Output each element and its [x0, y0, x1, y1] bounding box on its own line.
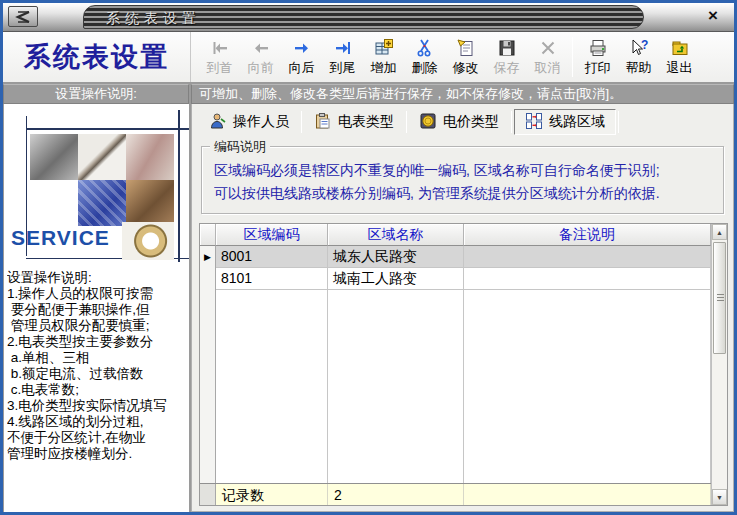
toolbar-button-label: 保存 [494, 59, 520, 77]
groupbox-line: 区域编码必须是辖区内不重复的唯一编码, 区域名称可自行命名便于识别; [214, 159, 717, 182]
toolbar-button-label: 退出 [667, 59, 693, 77]
photo-keyboard [78, 180, 126, 226]
instruction-line: 2.电表类型按主要参数分 [7, 334, 189, 350]
grid-indicator-header [200, 224, 216, 246]
tab-label: 线路区域 [549, 113, 605, 131]
table-row[interactable]: ▶ 8001 城东人民路变 [200, 246, 711, 268]
help-icon: ? [629, 38, 649, 58]
delete-button[interactable]: 删除 [404, 34, 445, 80]
cell-note[interactable] [464, 246, 711, 268]
scroll-up-icon[interactable]: ▲ [712, 224, 727, 240]
app-window: 系统表设置 × 系统表设置 到首 向前 向后 [0, 0, 737, 515]
tab-line-area[interactable]: 线路区域 [514, 109, 616, 135]
first-record-button[interactable]: 到首 [199, 34, 240, 80]
cell-code[interactable]: 8001 [216, 246, 328, 268]
operator-icon [209, 112, 227, 133]
first-record-icon [210, 38, 230, 58]
grid-empty-area [200, 290, 711, 483]
instruction-line: 管理员权限分配要慎重; [7, 318, 189, 334]
tab-label: 操作人员 [233, 113, 289, 131]
column-header-note[interactable]: 备注说明 [464, 224, 711, 246]
photo-parts [126, 134, 174, 180]
clipboard-icon [314, 112, 332, 133]
line-area-icon [525, 112, 543, 133]
prev-record-icon [251, 38, 271, 58]
table-row[interactable]: 8101 城南工人路变 [200, 268, 711, 290]
toolbar-button-label: 增加 [371, 59, 397, 77]
cancel-icon [538, 38, 558, 58]
modify-icon [456, 38, 476, 58]
cell-note[interactable] [464, 268, 711, 290]
help-button[interactable]: ? 帮助 [618, 34, 659, 80]
service-collage-image: SERVICE [4, 110, 189, 262]
main-area: 可增加、删除、修改各类型后请进行保存，如不保存修改，请点击[取消]。 操作人员 [191, 84, 734, 512]
column-header-name[interactable]: 区域名称 [328, 224, 464, 246]
grid-header: 区域编码 区域名称 备注说明 [200, 224, 711, 246]
next-record-button[interactable]: 向后 [281, 34, 322, 80]
photo-pen [78, 134, 126, 180]
print-button[interactable]: 打印 [577, 34, 618, 80]
column-header-code[interactable]: 区域编码 [216, 224, 328, 246]
page-title: 系统表设置 [3, 32, 191, 82]
prev-record-button[interactable]: 向前 [240, 34, 281, 80]
groupbox-title: 编码说明 [210, 138, 270, 156]
titlebar-stripes: 系统表设置 [83, 5, 644, 29]
tab-operators[interactable]: 操作人员 [199, 109, 299, 135]
hint-message-bar: 可增加、删除、修改各类型后请进行保存，如不保存修改，请点击[取消]。 [191, 84, 734, 104]
toolbar-button-label: 到尾 [330, 59, 356, 77]
record-count-value: 2 [328, 484, 464, 505]
tab-separator [511, 111, 512, 133]
instruction-line: 管理时应按楼幢划分. [7, 446, 189, 462]
scrollbar-thumb[interactable] [713, 242, 726, 354]
save-button[interactable]: 保存 [486, 34, 527, 80]
toolbar-button-label: 到首 [207, 59, 233, 77]
cell-name[interactable]: 城东人民路变 [328, 246, 464, 268]
cancel-button[interactable]: 取消 [527, 34, 568, 80]
service-label: SERVICE [11, 226, 110, 250]
grid-footer: 记录数 2 [200, 483, 711, 505]
record-count-label: 记录数 [216, 484, 328, 505]
cell-code[interactable]: 8101 [216, 268, 328, 290]
toolbar-button-label: 打印 [585, 59, 611, 77]
photo-strap [126, 180, 174, 226]
instruction-line: a.单相、三相 [7, 350, 189, 366]
coin-icon [419, 112, 437, 133]
toolbar-button-label: 修改 [453, 59, 479, 77]
sidebar-header: 设置操作说明: [3, 84, 189, 104]
content: 设置操作说明: SERVICE 设置操作说明: 1. [3, 84, 734, 512]
sidebar: 设置操作说明: SERVICE 设置操作说明: 1. [3, 84, 191, 512]
toolbar-button-label: 取消 [535, 59, 561, 77]
modify-button[interactable]: 修改 [445, 34, 486, 80]
window-title: 系统表设置 [106, 10, 201, 28]
instruction-line: 不便于分区统计,在物业 [7, 430, 189, 446]
data-grid: 区域编码 区域名称 备注说明 ▶ 8001 城东人民路变 [199, 223, 728, 506]
tab-label: 电价类型 [443, 113, 499, 131]
last-record-icon [333, 38, 353, 58]
save-icon [497, 38, 517, 58]
instruction-line: 要分配便于兼职操作,但 [7, 302, 189, 318]
scroll-down-icon[interactable]: ▼ [712, 489, 727, 505]
next-record-icon [292, 38, 312, 58]
tab-separator [301, 111, 302, 133]
tab-bar: 操作人员 电表类型 电价类型 [199, 106, 728, 136]
toolbar-separator [572, 37, 573, 77]
collage-guide-line [178, 110, 180, 262]
toolbar-button-label: 向前 [248, 59, 274, 77]
exit-button[interactable]: 退出 [659, 34, 700, 80]
close-button[interactable]: × [702, 6, 724, 26]
add-button[interactable]: 增加 [363, 34, 404, 80]
vertical-scrollbar[interactable]: ▲ ▼ [711, 224, 727, 505]
instructions: 设置操作说明: 1.操作人员的权限可按需 要分配便于兼职操作,但 管理员权限分配… [4, 262, 189, 462]
instruction-line: 3.电价类型按实际情况填写 [7, 398, 189, 414]
row-pointer-icon: ▶ [200, 246, 216, 268]
tab-separator [618, 111, 619, 133]
tab-meter-type[interactable]: 电表类型 [304, 109, 404, 135]
instruction-line: c.电表常数; [7, 382, 189, 398]
last-record-button[interactable]: 到尾 [322, 34, 363, 80]
instruction-line: b.额定电流、过载倍数 [7, 366, 189, 382]
coding-notes-groupbox: 编码说明 区域编码必须是辖区内不重复的唯一编码, 区域名称可自行命名便于识别; … [201, 146, 724, 214]
cell-name[interactable]: 城南工人路变 [328, 268, 464, 290]
app-logo-icon [8, 6, 38, 27]
tab-price-type[interactable]: 电价类型 [409, 109, 509, 135]
groupbox-line: 可以按供电线路或楼栋分别编码, 为管理系统提供分区域统计分析的依据. [214, 182, 717, 205]
